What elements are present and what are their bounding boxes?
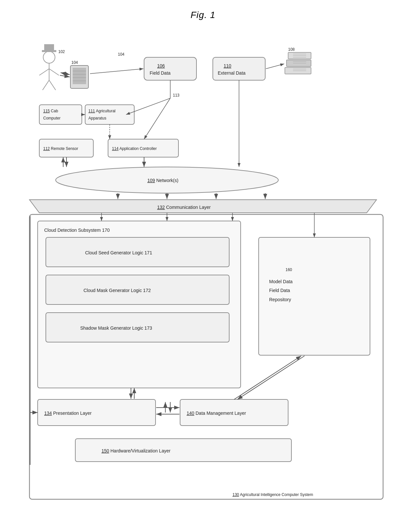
ref-109-label: 109 Network(s) xyxy=(147,178,178,183)
server-icon: 108 xyxy=(285,47,311,74)
ref-160: 160 xyxy=(286,267,292,272)
svg-point-7 xyxy=(43,51,55,63)
device-icon: 104 xyxy=(70,60,88,88)
ref-115: 115 Cab xyxy=(43,109,58,113)
cab-computer-box xyxy=(39,105,82,124)
ref-140-label: 140 Data Management Layer xyxy=(187,411,246,416)
ref-108: 108 xyxy=(288,47,295,52)
shadow-mask-label: Shadow Mask Generator Logic 173 xyxy=(80,325,152,331)
svg-line-54 xyxy=(234,356,301,399)
svg-line-39 xyxy=(144,98,170,139)
fig-title: Fig. 1 xyxy=(0,0,406,20)
ref-104-label: 104 xyxy=(71,60,78,65)
ref-132-label: 132 Communication Layer xyxy=(157,205,211,210)
svg-line-10 xyxy=(49,69,59,75)
ref-102-label: 102 xyxy=(58,49,65,54)
agri-apparatus-box xyxy=(85,105,134,124)
svg-line-21 xyxy=(60,75,70,77)
ref-111: 111 Agricultural xyxy=(88,109,116,113)
svg-line-12 xyxy=(49,80,56,90)
svg-rect-14 xyxy=(44,44,54,51)
ref-113: 113 xyxy=(173,93,179,98)
svg-line-55 xyxy=(237,356,304,399)
field-data2-label: Field Data xyxy=(269,288,290,293)
ref-112-label: 112 Remote Sensor xyxy=(43,146,78,151)
ref-150-label: 150 Hardware/Virtualization Layer xyxy=(101,448,171,453)
repository-label: Repository xyxy=(269,297,291,302)
ref-130-label: 130 Agricultural Intelligence Computer S… xyxy=(232,492,313,497)
agri-apparatus-label: Apparatus xyxy=(88,116,106,120)
cloud-seed-label: Cloud Seed Generator Logic 171 xyxy=(85,250,152,255)
ref-110: 110 xyxy=(224,63,231,68)
svg-rect-16 xyxy=(73,68,86,84)
diagram-container: 102 104 106 Field Data 104 xyxy=(20,23,386,527)
page: Fig. 1 xyxy=(0,0,406,532)
cloud-mask-label: Cloud Mask Generator Logic 172 xyxy=(83,288,151,293)
ref-104-arrow-label: 104 xyxy=(118,52,124,57)
svg-line-22 xyxy=(61,73,70,75)
svg-line-11 xyxy=(43,80,49,90)
ref-134-label: 134 Presentation Layer xyxy=(44,411,92,416)
person-icon: 102 xyxy=(39,44,65,90)
model-data-label: Model Data xyxy=(269,279,293,284)
svg-line-23 xyxy=(90,69,143,74)
cab-computer-label: Computer xyxy=(43,116,61,120)
ref-114-label: 114 Application Controller xyxy=(112,146,157,151)
field-data-box xyxy=(144,57,196,80)
external-data-box xyxy=(213,57,265,80)
cloud-detection-label: Cloud Detection Subsystem 170 xyxy=(44,228,110,233)
ref-106: 106 xyxy=(157,63,165,68)
field-data-label: Field Data xyxy=(150,70,171,76)
svg-line-9 xyxy=(39,69,49,75)
external-data-label: External Data xyxy=(218,70,246,76)
model-data-box xyxy=(259,237,370,355)
svg-line-34 xyxy=(266,64,284,69)
